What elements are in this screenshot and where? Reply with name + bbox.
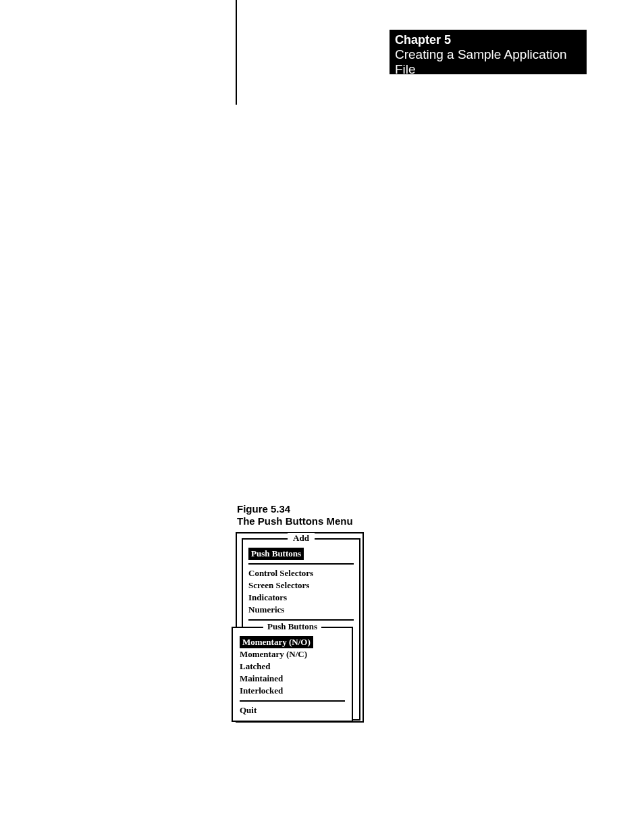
add-menu-selected-item[interactable]: Push Buttons — [248, 548, 304, 560]
window-frame: Add Push Buttons Control Selectors Scree… — [236, 532, 364, 723]
menu-separator — [248, 563, 354, 565]
figure-caption: Figure 5.34 The Push Buttons Menu — [237, 503, 353, 527]
chapter-label: Chapter 5 — [395, 32, 581, 47]
add-menu-item[interactable]: Numerics — [248, 604, 354, 616]
figure-number: Figure 5.34 — [237, 503, 353, 515]
chapter-title: Creating a Sample Application File — [395, 47, 581, 77]
push-buttons-menu: Push Buttons Momentary (N/O) Momentary (… — [232, 627, 353, 722]
menu-separator — [248, 619, 354, 621]
figure-title: The Push Buttons Menu — [237, 515, 353, 527]
page-header: Chapter 5 Creating a Sample Application … — [390, 30, 587, 74]
push-buttons-menu-title: Push Buttons — [263, 621, 321, 632]
menu-separator — [240, 700, 345, 702]
push-buttons-menu-item[interactable]: Momentary (N/C) — [240, 648, 345, 660]
push-buttons-selected-item[interactable]: Momentary (N/O) — [240, 636, 313, 648]
push-buttons-quit-item[interactable]: Quit — [240, 704, 345, 716]
push-buttons-menu-item[interactable]: Interlocked — [240, 685, 345, 697]
add-menu-item[interactable]: Screen Selectors — [248, 579, 354, 592]
add-menu-item[interactable]: Control Selectors — [248, 567, 354, 579]
vertical-rule — [236, 0, 237, 105]
push-buttons-menu-item[interactable]: Maintained — [240, 673, 345, 685]
add-menu-item[interactable]: Indicators — [248, 592, 354, 604]
add-menu-title: Add — [288, 533, 315, 544]
page: Chapter 5 Creating a Sample Application … — [0, 0, 644, 834]
figure-diagram: Add Push Buttons Control Selectors Scree… — [236, 532, 364, 723]
push-buttons-menu-item[interactable]: Latched — [240, 660, 345, 673]
